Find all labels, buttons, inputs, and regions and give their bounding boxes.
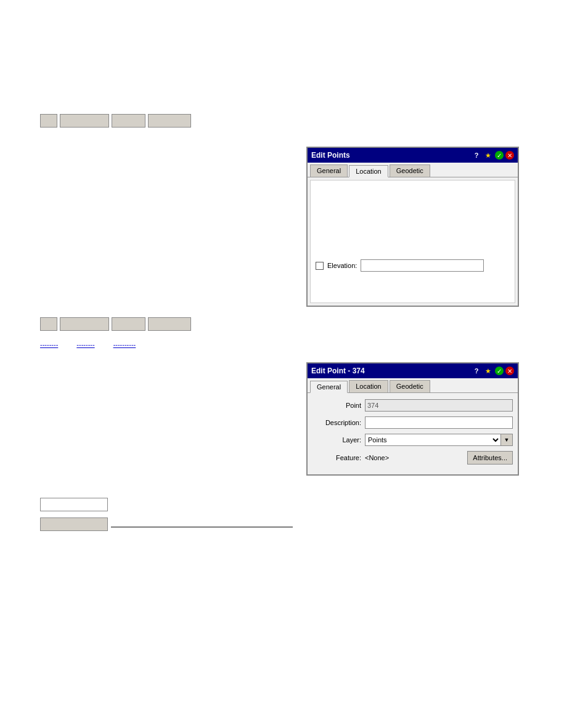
edit-points-tabs: General Location Geodetic: [308, 163, 518, 177]
edit-point-374-title: Edit Point - 374: [311, 367, 365, 375]
link-1[interactable]: --------: [40, 341, 58, 348]
toolbar-mid: [40, 317, 191, 331]
close-icon[interactable]: ✕: [505, 151, 514, 160]
toolbar-mid-btn-1[interactable]: [40, 317, 57, 331]
toolbar-btn-1[interactable]: [40, 114, 57, 128]
layer-row: Layer: Points ▼: [312, 434, 513, 446]
help-icon[interactable]: ?: [472, 150, 481, 160]
description-row: Description:: [312, 416, 513, 429]
links-row: -------- -------- ----------: [40, 341, 136, 348]
title-icons: ? ★ ✓ ✕: [472, 150, 514, 160]
toolbar-btn-2[interactable]: [60, 114, 109, 128]
ok-icon-374[interactable]: ✓: [495, 367, 504, 375]
help-icon-374[interactable]: ?: [472, 366, 481, 376]
point-label: Point: [312, 402, 365, 409]
description-input[interactable]: [365, 416, 513, 429]
link-3[interactable]: ----------: [113, 341, 136, 348]
elevation-input[interactable]: [361, 259, 484, 272]
tab-location-374[interactable]: Location: [349, 380, 388, 392]
toolbar-btn-3[interactable]: [112, 114, 145, 128]
edit-points-titlebar: Edit Points ? ★ ✓ ✕: [308, 148, 518, 163]
edit-points-title: Edit Points: [311, 151, 350, 160]
ok-icon[interactable]: ✓: [495, 151, 504, 160]
tab-general-374[interactable]: General: [310, 381, 348, 393]
elevation-checkbox[interactable]: [316, 262, 324, 270]
horizontal-line: [111, 527, 293, 527]
description-label: Description:: [312, 419, 365, 426]
feature-label: Feature:: [312, 454, 365, 461]
point-input: [365, 399, 513, 412]
layer-select-dropdown-btn[interactable]: ▼: [500, 434, 513, 446]
edit-points-content: Elevation:: [310, 180, 515, 303]
tab-geodetic-374[interactable]: Geodetic: [390, 380, 430, 392]
edit-point-374-dialog: Edit Point - 374 ? ★ ✓ ✕ General Locatio…: [306, 362, 519, 476]
star-icon[interactable]: ★: [483, 150, 493, 160]
close-icon-374[interactable]: ✕: [505, 367, 514, 375]
feature-row: Feature: <None> Attributes...: [312, 451, 513, 465]
tab-general[interactable]: General: [310, 164, 348, 177]
toolbar-mid-btn-2[interactable]: [60, 317, 109, 331]
layer-select[interactable]: Points: [365, 434, 501, 446]
link-2[interactable]: --------: [76, 341, 94, 348]
edit-point-374-titlebar: Edit Point - 374 ? ★ ✓ ✕: [308, 363, 518, 378]
elevation-label: Elevation:: [327, 262, 357, 269]
feature-value: <None>: [365, 454, 467, 461]
edit-point-374-tabs: General Location Geodetic: [308, 378, 518, 393]
layer-select-wrapper: Points ▼: [365, 434, 513, 446]
input-field[interactable]: [40, 498, 108, 511]
star-icon-374[interactable]: ★: [483, 366, 493, 376]
tab-geodetic[interactable]: Geodetic: [390, 164, 430, 177]
tab-location[interactable]: Location: [349, 165, 388, 177]
edit-point-374-body: Point Description: Layer: Points ▼ Featu…: [308, 393, 518, 474]
toolbar-mid-btn-3[interactable]: [112, 317, 145, 331]
toolbar-top: [40, 114, 191, 128]
toolbar-btn-4[interactable]: [148, 114, 191, 128]
title-icons-374: ? ★ ✓ ✕: [472, 366, 514, 376]
toolbar-mid-btn-4[interactable]: [148, 317, 191, 331]
edit-points-dialog: Edit Points ? ★ ✓ ✕ General Location Geo…: [306, 147, 519, 307]
elevation-row: Elevation:: [316, 259, 510, 272]
gray-button[interactable]: [40, 517, 108, 531]
attributes-button[interactable]: Attributes...: [467, 451, 513, 465]
point-row: Point: [312, 399, 513, 412]
layer-label: Layer:: [312, 436, 365, 444]
